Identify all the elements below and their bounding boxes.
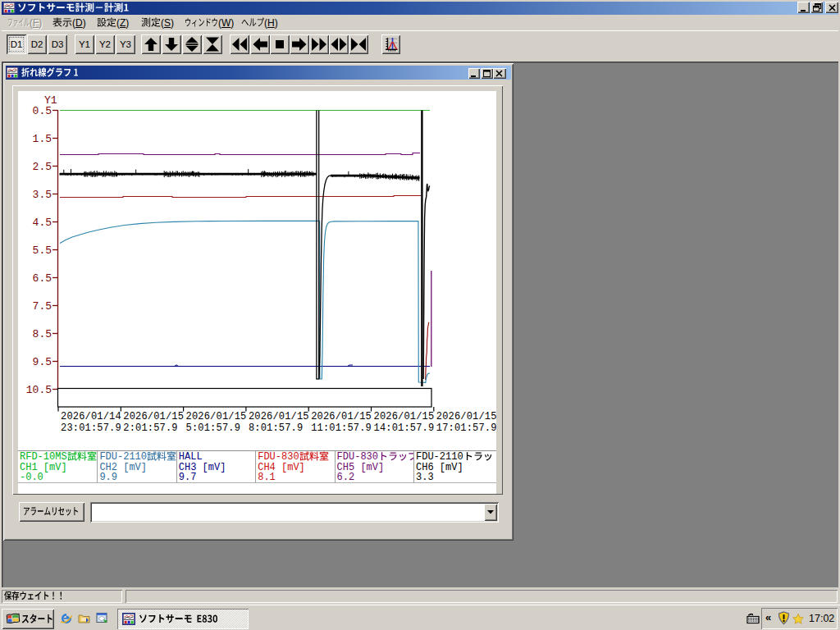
svg-text:0.5: 0.5 — [33, 105, 52, 117]
svg-text:14:01:57.9: 14:01:57.9 — [374, 422, 435, 434]
svg-text:7.5: 7.5 — [33, 300, 52, 313]
svg-text:Y1: Y1 — [44, 94, 57, 107]
svg-text:5:01:57.9: 5:01:57.9 — [186, 422, 240, 434]
svg-text:2026/01/15: 2026/01/15 — [186, 411, 247, 422]
svg-text:5.5: 5.5 — [33, 244, 52, 257]
svg-text:2.5: 2.5 — [33, 161, 52, 173]
svg-text:8.5: 8.5 — [33, 328, 52, 340]
svg-text:2026/01/15: 2026/01/15 — [249, 411, 309, 422]
svg-text:2026/01/15: 2026/01/15 — [436, 411, 496, 422]
svg-text:2026/01/15: 2026/01/15 — [311, 411, 372, 422]
svg-text:23:01:57.9: 23:01:57.9 — [61, 422, 121, 434]
svg-text:2026/01/15: 2026/01/15 — [374, 411, 435, 422]
svg-text:10.5: 10.5 — [26, 384, 52, 396]
svg-text:17:01:57.9: 17:01:57.9 — [436, 422, 496, 434]
svg-text:8:01:57.9: 8:01:57.9 — [249, 422, 303, 434]
svg-text:3.5: 3.5 — [33, 189, 52, 201]
svg-text:4.5: 4.5 — [33, 217, 52, 229]
svg-text:6.5: 6.5 — [33, 272, 52, 285]
svg-text:11:01:57.9: 11:01:57.9 — [311, 422, 372, 434]
svg-text:2026/01/15: 2026/01/15 — [123, 411, 184, 422]
svg-text:1.5: 1.5 — [33, 133, 52, 145]
svg-text:2:01:57.9: 2:01:57.9 — [123, 422, 177, 434]
svg-text:2026/01/14: 2026/01/14 — [61, 411, 121, 422]
svg-text:9.5: 9.5 — [33, 356, 52, 368]
